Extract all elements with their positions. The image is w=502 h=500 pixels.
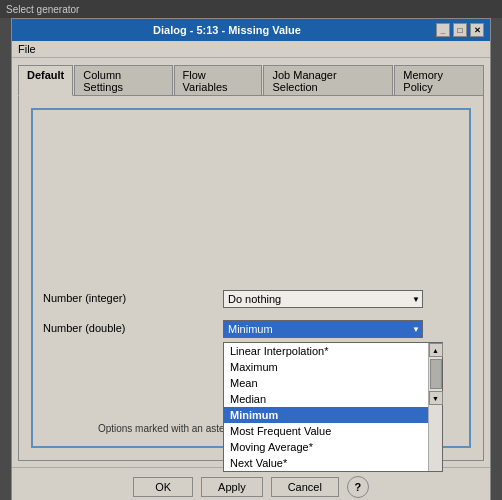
file-menu[interactable]: File bbox=[18, 43, 36, 55]
dropdown-item-most-frequent[interactable]: Most Frequent Value bbox=[224, 423, 428, 439]
prior-window-bar: Select generator bbox=[0, 0, 502, 18]
number-integer-control: Do nothing ▼ bbox=[223, 290, 459, 308]
dropdown-list: Linear Interpolation* Maximum Mean Media… bbox=[224, 343, 428, 471]
tab-column-settings[interactable]: Column Settings bbox=[74, 65, 172, 96]
tab-panel-default: Number (integer) Do nothing ▼ bbox=[18, 95, 484, 461]
dropdown-arrow-icon: ▼ bbox=[412, 295, 420, 304]
dialog-title: Dialog - 5:13 - Missing Value bbox=[18, 24, 436, 36]
dropdown-arrow-open-icon: ▼ bbox=[412, 325, 420, 334]
dropdown-item-mean[interactable]: Mean bbox=[224, 375, 428, 391]
dropdown-list-wrapper: Linear Interpolation* Maximum Mean Media… bbox=[223, 342, 443, 472]
dropdown-scroll-container: Linear Interpolation* Maximum Mean Media… bbox=[224, 343, 442, 471]
titlebar-controls: _ □ ✕ bbox=[436, 23, 484, 37]
scrollbar-track: ▲ ▼ bbox=[428, 343, 442, 471]
tab-default[interactable]: Default bbox=[18, 65, 73, 96]
prior-window-label: Select generator bbox=[6, 4, 79, 15]
number-double-control: Minimum ▼ Linear Interpolation* Maximum bbox=[223, 320, 459, 338]
ok-button[interactable]: OK bbox=[133, 477, 193, 497]
tabs-container: Default Column Settings Flow Variables J… bbox=[18, 64, 484, 461]
cancel-button[interactable]: Cancel bbox=[271, 477, 339, 497]
scroll-down-button[interactable]: ▼ bbox=[429, 391, 443, 405]
restore-button[interactable]: □ bbox=[453, 23, 467, 37]
number-integer-label: Number (integer) bbox=[43, 290, 223, 304]
tab-job-manager[interactable]: Job Manager Selection bbox=[263, 65, 393, 96]
minimize-button[interactable]: _ bbox=[436, 23, 450, 37]
scroll-up-button[interactable]: ▲ bbox=[429, 343, 443, 357]
dialog-content: Default Column Settings Flow Variables J… bbox=[12, 58, 490, 467]
number-double-dropdown-container: Minimum ▼ Linear Interpolation* Maximum bbox=[223, 320, 459, 338]
dropdown-item-moving-average[interactable]: Moving Average* bbox=[224, 439, 428, 455]
menu-bar: File bbox=[12, 41, 490, 58]
dropdown-item-minimum[interactable]: Minimum bbox=[224, 407, 428, 423]
dialog-window: Dialog - 5:13 - Missing Value _ □ ✕ File… bbox=[11, 18, 491, 500]
apply-button[interactable]: Apply bbox=[201, 477, 263, 497]
number-integer-dropdown[interactable]: Do nothing ▼ bbox=[223, 290, 423, 308]
tab-flow-variables[interactable]: Flow Variables bbox=[174, 65, 263, 96]
tabs-header: Default Column Settings Flow Variables J… bbox=[18, 64, 484, 95]
dropdown-item-next-value[interactable]: Next Value* bbox=[224, 455, 428, 471]
close-button[interactable]: ✕ bbox=[470, 23, 484, 37]
dialog-titlebar: Dialog - 5:13 - Missing Value _ □ ✕ bbox=[12, 19, 490, 41]
number-double-row: Number (double) Minimum ▼ bbox=[43, 320, 459, 338]
dropdown-item-maximum[interactable]: Maximum bbox=[224, 359, 428, 375]
number-double-label: Number (double) bbox=[43, 320, 223, 334]
number-integer-row: Number (integer) Do nothing ▼ bbox=[43, 290, 459, 308]
dropdown-item-linear[interactable]: Linear Interpolation* bbox=[224, 343, 428, 359]
help-button[interactable]: ? bbox=[347, 476, 369, 498]
scrollbar-thumb[interactable] bbox=[430, 359, 442, 389]
dropdown-item-median[interactable]: Median bbox=[224, 391, 428, 407]
tab-memory-policy[interactable]: Memory Policy bbox=[394, 65, 484, 96]
number-integer-dropdown-container: Do nothing ▼ bbox=[223, 290, 459, 308]
panel-inner: Number (integer) Do nothing ▼ bbox=[31, 108, 471, 448]
number-double-dropdown[interactable]: Minimum ▼ bbox=[223, 320, 423, 338]
